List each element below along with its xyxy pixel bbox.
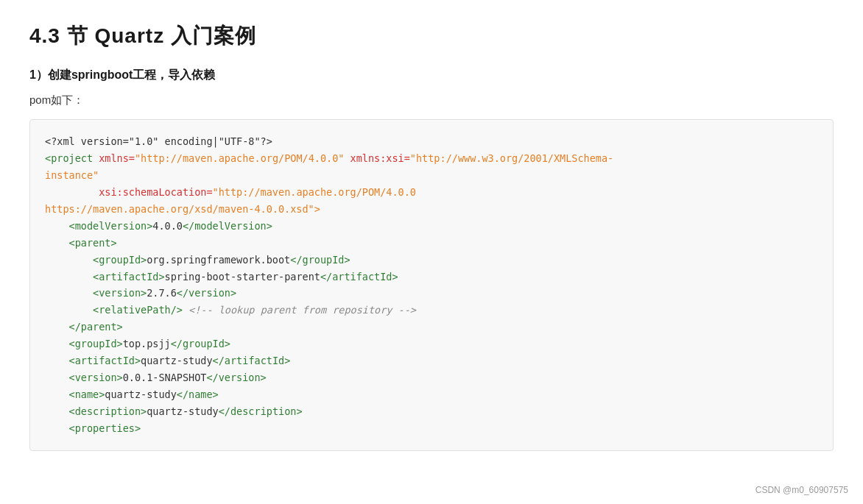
name-tag: <name>	[69, 388, 105, 400]
artifactid2-tag: <artifactId>	[69, 355, 141, 366]
comment: <!-- lookup parent from repository -->	[189, 304, 416, 316]
groupid-tag: <groupId>	[93, 254, 147, 266]
artifactid-tag: <artifactId>	[93, 271, 165, 283]
xmlns-xsi-value: "http://www.w3.org/2001/XMLSchema-	[410, 152, 613, 164]
xsi-schema-value1: "http://maven.apache.org/POM/4.0.0	[213, 186, 416, 198]
xmlns-attr: xmlns=	[99, 152, 135, 164]
parent-open-tag: <parent>	[69, 237, 117, 249]
code-block: <?xml version="1.0" encoding|"UTF-8"?> <…	[29, 119, 834, 451]
version-tag: <version>	[93, 287, 147, 299]
relativepath-tag: <relativePath/>	[93, 304, 183, 316]
xsi-schema-value2: https://maven.apache.org/xsd/maven-4.0.0…	[45, 203, 320, 215]
code-content: <?xml version="1.0" encoding|"UTF-8"?> <…	[45, 133, 818, 437]
xmlns-xsi-attr: xmlns:xsi=	[351, 152, 410, 164]
intro-text: pom如下：	[29, 93, 834, 107]
model-version-tag: <modelVersion>	[69, 220, 153, 232]
watermark: CSDN @m0_60907575	[755, 485, 848, 495]
properties-tag: <properties>	[69, 422, 141, 434]
version2-tag: <version>	[69, 372, 123, 383]
parent-close-tag: </parent>	[69, 321, 123, 333]
xsi-schema-attr: xsi:schemaLocation=	[99, 186, 212, 198]
xmlns-xsi-value-cont: instance"	[45, 169, 99, 181]
groupid2-tag: <groupId>	[69, 338, 123, 349]
xmlns-value: "http://maven.apache.org/POM/4.0.0"	[135, 152, 344, 164]
project-tag-open: <project	[45, 152, 93, 164]
xml-declaration: <?xml version="1.0" encoding|"UTF-8"?>	[45, 135, 272, 147]
description-tag: <description>	[69, 405, 147, 417]
page-title: 4.3 节 Quartz 入门案例	[29, 22, 834, 50]
section1-heading: 1）创建springboot工程，导入依赖	[29, 68, 834, 83]
